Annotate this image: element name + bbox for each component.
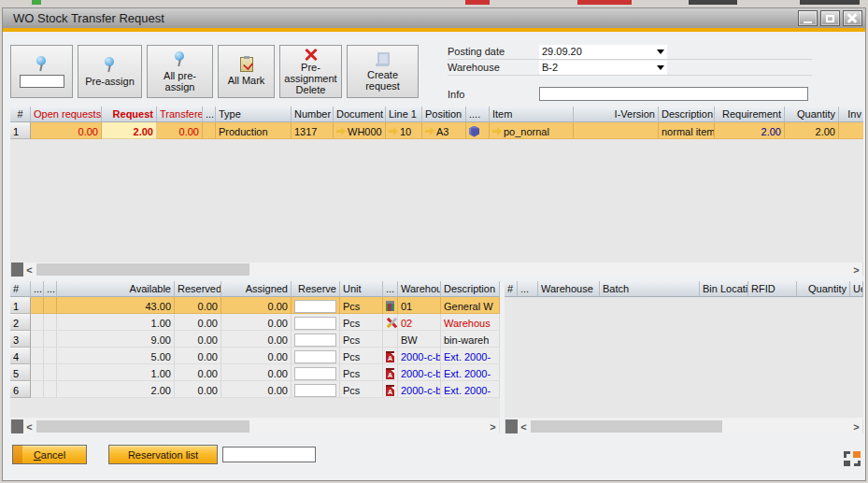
column-header[interactable]: Reserved (175, 281, 221, 297)
column-header[interactable]: Bin Location (700, 281, 748, 297)
reservation-list-button[interactable]: Reservation list (108, 445, 218, 464)
table-cell[interactable]: 2.00 (57, 381, 175, 398)
column-header[interactable]: Warehouse (538, 281, 600, 297)
table-cell[interactable] (31, 314, 44, 331)
table-cell[interactable] (31, 297, 44, 314)
table-cell[interactable]: 0.00 (175, 331, 221, 348)
reserve-input-cell[interactable] (292, 364, 340, 381)
table-cell[interactable]: A3 (422, 122, 466, 139)
pre-assign-button[interactable]: Pre-assign (78, 45, 142, 98)
column-header[interactable]: ... (383, 281, 398, 297)
reserve-input-cell[interactable] (292, 297, 340, 314)
link-arrow-icon[interactable] (389, 127, 398, 135)
table-cell[interactable]: Ext. 2000- (441, 381, 500, 398)
table-cell[interactable]: WH000 (334, 122, 386, 139)
column-header[interactable]: Description (441, 281, 500, 297)
column-header[interactable]: Available (57, 281, 175, 297)
table-cell[interactable]: 1317 (292, 122, 334, 139)
table-cell[interactable]: 0.00 (221, 364, 292, 381)
table-cell[interactable]: 1.00 (57, 364, 175, 381)
reserve-input[interactable] (294, 350, 336, 363)
table-cell[interactable] (383, 331, 398, 348)
table-row[interactable]: 10.002.000.00Production1317WH00010A3po_n… (10, 122, 863, 139)
column-header[interactable]: Description (659, 107, 715, 122)
create-request-button[interactable]: Create request (347, 45, 419, 98)
table-cell[interactable]: normal item (659, 122, 715, 139)
column-header[interactable]: # (10, 281, 31, 297)
table-cell[interactable] (44, 364, 57, 381)
link-arrow-icon[interactable] (425, 127, 434, 135)
close-button[interactable] (843, 10, 862, 26)
table-cell[interactable]: 43.00 (57, 297, 175, 314)
table-cell[interactable] (383, 381, 398, 398)
scrollbar-grip[interactable] (505, 419, 518, 433)
table-cell[interactable]: 0.00 (175, 314, 221, 331)
scrollbar-grip[interactable] (11, 419, 23, 433)
posting-date-select[interactable]: 29.09.20 (539, 45, 667, 59)
scrollbar-thumb[interactable] (36, 263, 249, 276)
table-cell[interactable]: 0.00 (157, 122, 203, 139)
availability-table[interactable]: #......AvailableReservedAssignedReserveU… (10, 281, 500, 418)
resize-corners-icon[interactable] (844, 451, 861, 466)
column-header[interactable]: Open requests (31, 107, 102, 122)
table-row[interactable]: 62.000.000.00Pcs2000-c-bExt. 2000- (10, 381, 500, 398)
scrollbar-thumb[interactable] (531, 420, 722, 433)
table-row[interactable]: 143.000.000.00Pcs01General W (10, 297, 500, 314)
table-cell[interactable]: po_nornal (490, 122, 574, 139)
reserve-input-cell[interactable] (292, 314, 340, 331)
table-cell[interactable]: 0.00 (221, 331, 292, 348)
batch-table[interactable]: #...WarehouseBatchBin LocationRFIDQuanti… (505, 281, 863, 418)
table-cell[interactable]: 2000-c-b (398, 348, 441, 364)
link-arrow-icon[interactable] (336, 127, 346, 135)
column-header[interactable]: Item (490, 107, 574, 122)
pin-count-input[interactable] (20, 75, 64, 88)
row-number[interactable]: 2 (10, 314, 31, 331)
table-cell[interactable]: Pcs (340, 348, 383, 364)
table-cell[interactable]: General W (441, 297, 500, 314)
reserve-input[interactable] (294, 367, 336, 380)
table-cell[interactable]: 0.00 (221, 297, 292, 314)
all-mark-button[interactable]: All Mark (218, 45, 275, 98)
info-input[interactable] (539, 87, 808, 101)
maximize-button[interactable] (820, 10, 840, 26)
column-header[interactable]: Unit (340, 281, 383, 297)
table-cell[interactable]: Ext. 2000- (441, 364, 500, 381)
table-row[interactable]: 39.000.000.00PcsBWbin-wareh (10, 331, 500, 348)
reserve-input-cell[interactable] (292, 348, 340, 364)
table-cell[interactable] (31, 331, 44, 348)
table-cell[interactable] (839, 122, 863, 139)
table-cell[interactable] (203, 122, 216, 139)
row-number[interactable]: 6 (10, 381, 31, 398)
table-cell[interactable]: 1.00 (57, 314, 175, 331)
scroll-left-icon[interactable]: < (518, 419, 530, 433)
table-cell[interactable] (44, 348, 57, 364)
scrollbar-thumb[interactable] (36, 420, 249, 433)
column-header[interactable]: ... (203, 107, 216, 122)
cancel-button[interactable]: Cancel (12, 445, 87, 464)
reserve-input[interactable] (294, 334, 336, 347)
reserve-input-cell[interactable] (292, 331, 340, 348)
title-bar[interactable]: WO Stock Transfer Request (3, 8, 865, 28)
pre-assignment-delete-button[interactable]: Pre-assignment Delete (279, 45, 342, 98)
column-header[interactable]: ... (44, 281, 57, 297)
table-cell[interactable]: 0.00 (175, 364, 221, 381)
table-cell[interactable]: 0.00 (221, 381, 292, 398)
column-header[interactable]: ... (31, 281, 44, 297)
scroll-left-icon[interactable]: < (23, 263, 36, 277)
table-cell[interactable]: 01 (398, 297, 441, 314)
table-cell[interactable]: Pcs (340, 314, 383, 331)
table-cell[interactable]: 0.00 (31, 122, 102, 139)
row-number[interactable]: 3 (10, 331, 31, 348)
table-cell[interactable]: Warehous (441, 314, 500, 331)
table-cell[interactable]: 5.00 (57, 348, 175, 364)
scrollbar-track[interactable]: <> (23, 419, 499, 433)
table-row[interactable]: 21.000.000.00Pcs02Warehous (10, 314, 500, 331)
row-number[interactable]: 5 (10, 364, 31, 381)
table-cell[interactable]: 0.00 (221, 314, 292, 331)
table-cell[interactable] (31, 364, 44, 381)
column-header[interactable]: Request (102, 107, 157, 122)
column-header[interactable]: Uo (850, 281, 863, 297)
h-scrollbar-batch[interactable]: <> (505, 419, 863, 433)
table-row[interactable]: 45.000.000.00Pcs2000-c-bExt. 2000- (10, 348, 500, 364)
pin-count-button[interactable] (10, 45, 73, 98)
